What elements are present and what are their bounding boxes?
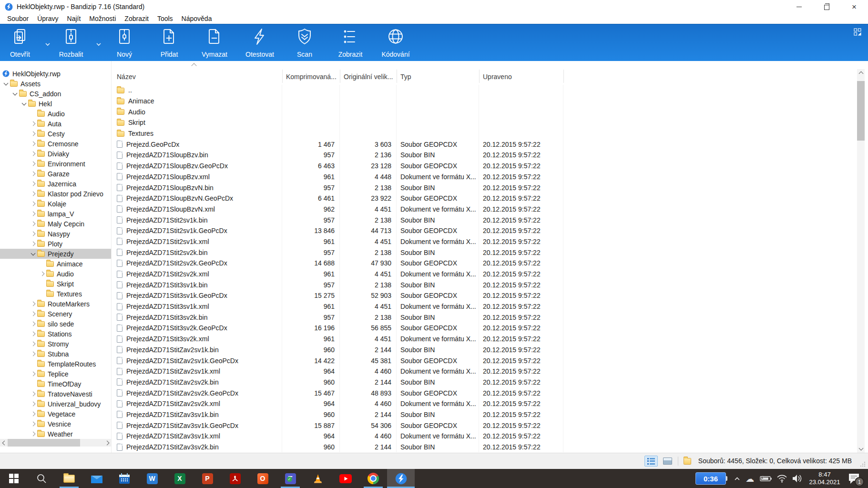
menu-item-nápověda[interactable]: Nápověda bbox=[177, 15, 216, 22]
file-row-PrejezdAZD71Stit3sv2k.GeoPcDx[interactable]: PrejezdAZD71Stit3sv2k.GeoPcDx 16 196 56 … bbox=[113, 323, 857, 334]
expand-chevron-icon[interactable] bbox=[29, 302, 37, 305]
file-row-PrejezdAZD71SloupBzv.xml[interactable]: PrejezdAZD71SloupBzv.xml 961 4 448 Dokum… bbox=[113, 172, 857, 183]
column-header-komprimovana[interactable]: Komprimovaná... bbox=[286, 73, 337, 81]
file-row-PrejezdAZD71StitZav2sv1k.xml[interactable]: PrejezdAZD71StitZav2sv1k.xml 964 4 460 D… bbox=[113, 366, 857, 377]
file-row-PrejezdAZD71StitZav2sv2k.xml[interactable]: PrejezdAZD71StitZav2sv2k.xml 964 4 460 D… bbox=[113, 398, 857, 409]
tree-item-Cesty[interactable]: Cesty bbox=[0, 129, 111, 139]
tree-item-silo sede[interactable]: silo sede bbox=[0, 319, 111, 329]
collapse-chevron-icon[interactable] bbox=[11, 93, 19, 95]
taskbar-search[interactable] bbox=[28, 469, 55, 488]
tree-item-Skript[interactable]: Skript bbox=[0, 279, 111, 289]
file-row-Prejezd.GeoPcDx[interactable]: Prejezd.GeoPcDx 1 467 3 603 Soubor GEOPC… bbox=[113, 139, 857, 150]
restore-button[interactable] bbox=[813, 0, 840, 13]
tree-item-CS_addon[interactable]: CS_addon bbox=[0, 89, 111, 99]
onedrive-cloud-icon[interactable]: ☁ bbox=[743, 469, 756, 488]
file-row-PrejezdAZD71Stit2sv1k.xml[interactable]: PrejezdAZD71Stit2sv1k.xml 961 4 451 Doku… bbox=[113, 236, 857, 247]
expand-chevron-icon[interactable] bbox=[29, 192, 37, 195]
layout-toggle-icon[interactable] bbox=[854, 28, 861, 36]
expand-chevron-icon[interactable] bbox=[29, 122, 37, 125]
expand-chevron-icon[interactable] bbox=[29, 132, 37, 135]
tree-item-Environment[interactable]: Environment bbox=[0, 159, 111, 169]
collapse-chevron-icon[interactable] bbox=[29, 253, 37, 255]
folder-row-Animace[interactable]: Animace bbox=[113, 96, 857, 107]
tree-item-Audio[interactable]: Audio bbox=[0, 109, 111, 119]
minimize-button[interactable] bbox=[785, 0, 813, 13]
tree-item-Ploty[interactable]: Ploty bbox=[0, 239, 111, 249]
file-row-PrejezdAZD71Stit3sv2k.bin[interactable]: PrejezdAZD71Stit3sv2k.bin 957 2 138 Soub… bbox=[113, 312, 857, 323]
file-row-PrejezdAZD71SloupBzv.bin[interactable]: PrejezdAZD71SloupBzv.bin 957 2 136 Soubo… bbox=[113, 150, 857, 161]
taskbar-calendar[interactable] bbox=[111, 469, 138, 488]
tree-item-Vesnice[interactable]: Vesnice bbox=[0, 419, 111, 429]
tree-item-Cremosne[interactable]: Cremosne bbox=[0, 139, 111, 149]
tree-item-TemplateRoutes[interactable]: TemplateRoutes bbox=[0, 359, 111, 369]
expand-chevron-icon[interactable] bbox=[29, 152, 37, 155]
tree-item-Assets[interactable]: Assets bbox=[0, 79, 111, 89]
toolbar-button-open-archive[interactable]: Otevřít bbox=[0, 24, 42, 61]
file-row-PrejezdAZD71StitZav3sv2k.bin[interactable]: PrejezdAZD71StitZav3sv2k.bin 960 2 144 S… bbox=[113, 442, 857, 453]
file-row-PrejezdAZD71StitZav3sv1k.GeoPcDx[interactable]: PrejezdAZD71StitZav3sv1k.GeoPcDx 15 887 … bbox=[113, 420, 857, 431]
expand-chevron-icon[interactable] bbox=[29, 162, 37, 165]
expand-chevron-icon[interactable] bbox=[29, 392, 37, 396]
tree-item-Teplice[interactable]: Teplice bbox=[0, 369, 111, 379]
tree-item-Prejezdy[interactable]: Prejezdy bbox=[0, 249, 111, 259]
tree-item-Textures[interactable]: Textures bbox=[0, 289, 111, 299]
expand-chevron-icon[interactable] bbox=[29, 312, 37, 315]
file-row-PrejezdAZD71Stit3sv1k.GeoPcDx[interactable]: PrejezdAZD71Stit3sv1k.GeoPcDx 15 275 52 … bbox=[113, 290, 857, 301]
tree-item-TimeOfDay[interactable]: TimeOfDay bbox=[0, 379, 111, 389]
menu-item-úpravy[interactable]: Úpravy bbox=[33, 15, 62, 22]
taskbar-start[interactable] bbox=[0, 469, 28, 488]
notification-button[interactable]: 1 bbox=[848, 473, 862, 485]
tree-item-Nasypy[interactable]: Nasypy bbox=[0, 229, 111, 239]
tree-item-Stubna[interactable]: Stubna bbox=[0, 349, 111, 359]
expand-chevron-icon[interactable] bbox=[29, 412, 37, 416]
tree-item-Stromy[interactable]: Stromy bbox=[0, 339, 111, 349]
tree-item-Animace[interactable]: Animace bbox=[0, 259, 111, 269]
taskbar-office[interactable]: O bbox=[249, 469, 276, 488]
tree-item-Jazernica[interactable]: Jazernica bbox=[0, 179, 111, 189]
expand-chevron-icon[interactable] bbox=[29, 432, 37, 436]
file-row-PrejezdAZD71Stit3sv1k.bin[interactable]: PrejezdAZD71Stit3sv1k.bin 957 2 138 Soub… bbox=[113, 279, 857, 290]
tree-item-Vegetace[interactable]: Vegetace bbox=[0, 409, 111, 419]
tree-item-Auta[interactable]: Auta bbox=[0, 119, 111, 129]
file-row-PrejezdAZD71SloupBzv.GeoPcDx[interactable]: PrejezdAZD71SloupBzv.GeoPcDx 6 463 23 12… bbox=[113, 161, 857, 172]
expand-chevron-icon[interactable] bbox=[29, 422, 37, 426]
file-row-PrejezdAZD71Stit3sv1k.xml[interactable]: PrejezdAZD71Stit3sv1k.xml 961 4 451 Doku… bbox=[113, 301, 857, 312]
battery-timer-widget[interactable]: 0:36 bbox=[695, 472, 726, 485]
tree-item-lampa_V[interactable]: lampa_V bbox=[0, 209, 111, 219]
expand-chevron-icon[interactable] bbox=[29, 142, 37, 145]
expand-chevron-icon[interactable] bbox=[29, 212, 37, 215]
tree-item-Weather[interactable]: Weather bbox=[0, 429, 111, 439]
scrollbar-thumb[interactable] bbox=[857, 81, 865, 141]
volume-icon[interactable] bbox=[790, 469, 804, 488]
taskbar-vlc[interactable] bbox=[304, 469, 332, 488]
file-row-PrejezdAZD71StitZav2sv1k.GeoPcDx[interactable]: PrejezdAZD71StitZav2sv1k.GeoPcDx 14 422 … bbox=[113, 355, 857, 366]
file-row-PrejezdAZD71StitZav3sv1k.xml[interactable]: PrejezdAZD71StitZav3sv1k.xml 964 4 460 D… bbox=[113, 431, 857, 442]
file-row-PrejezdAZD71StitZav2sv2k.GeoPcDx[interactable]: PrejezdAZD71StitZav2sv2k.GeoPcDx 15 467 … bbox=[113, 387, 857, 398]
tree-item-Klastor pod Znievo[interactable]: Klastor pod Znievo bbox=[0, 189, 111, 199]
tree-item-RouteMarkers[interactable]: RouteMarkers bbox=[0, 299, 111, 309]
file-row-PrejezdAZD71Stit2sv2k.bin[interactable]: PrejezdAZD71Stit2sv2k.bin 957 2 138 Soub… bbox=[113, 247, 857, 258]
toolbar-button-view-list[interactable]: Zobrazit bbox=[328, 24, 372, 61]
menu-item-možnosti[interactable]: Možnosti bbox=[85, 15, 120, 22]
file-row-PrejezdAZD71SloupBzvN.GeoPcDx[interactable]: PrejezdAZD71SloupBzvN.GeoPcDx 6 461 23 9… bbox=[113, 193, 857, 204]
column-header-originalni[interactable]: Originální velik... bbox=[344, 73, 393, 81]
expand-chevron-icon[interactable] bbox=[38, 272, 46, 275]
expand-chevron-icon[interactable] bbox=[29, 372, 37, 376]
preview-view-button[interactable] bbox=[661, 456, 674, 467]
tree-item-Diviaky[interactable]: Diviaky bbox=[0, 149, 111, 159]
collapse-chevron-icon[interactable] bbox=[2, 83, 10, 85]
tree-item-Garaze[interactable]: Garaze bbox=[0, 169, 111, 179]
clock[interactable]: 8:47 23.04.2021 bbox=[804, 471, 845, 486]
wifi-icon[interactable] bbox=[775, 469, 789, 488]
file-row-PrejezdAZD71SloupBzvN.xml[interactable]: PrejezdAZD71SloupBzvN.xml 962 4 451 Doku… bbox=[113, 204, 857, 215]
close-button[interactable]: × bbox=[840, 0, 868, 13]
folder-row-Skript[interactable]: Skript bbox=[113, 117, 857, 128]
tree-item-HeklObjekty.rwp[interactable]: HeklObjekty.rwp bbox=[0, 69, 111, 79]
scroll-right-icon[interactable] bbox=[104, 439, 112, 447]
collapse-chevron-icon[interactable] bbox=[20, 103, 28, 105]
tree-item-Audio[interactable]: Audio bbox=[0, 269, 111, 279]
expand-chevron-icon[interactable] bbox=[29, 202, 37, 205]
file-row-PrejezdAZD71StitZav2sv2k.bin[interactable]: PrejezdAZD71StitZav2sv2k.bin 960 2 144 S… bbox=[113, 377, 857, 388]
file-row-PrejezdAZD71Stit3sv2k.xml[interactable]: PrejezdAZD71Stit3sv2k.xml 961 4 451 Doku… bbox=[113, 334, 857, 345]
tree-item-Hekl[interactable]: Hekl bbox=[0, 99, 111, 109]
